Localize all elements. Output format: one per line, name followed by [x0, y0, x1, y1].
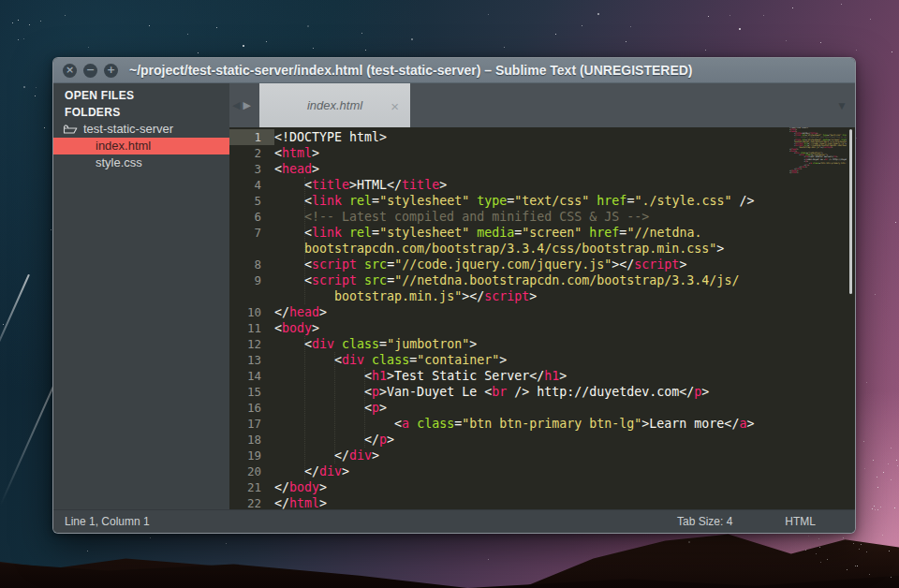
tab-close-icon[interactable]: × — [391, 98, 399, 112]
line-number[interactable]: 7 — [229, 225, 274, 241]
tab-size-indicator[interactable]: Tab Size: 4 — [677, 515, 732, 528]
line-number[interactable]: 16 — [229, 400, 274, 416]
vertical-scrollbar[interactable] — [849, 129, 852, 294]
code-line[interactable]: 17 <a class="btn btn-primary btn-lg">Lea… — [229, 416, 855, 432]
code-line[interactable]: 20 </div> — [229, 463, 855, 479]
code-token: /> — [731, 194, 754, 208]
line-number[interactable]: 6 — [229, 209, 274, 225]
code-line[interactable]: 2<html> — [229, 145, 855, 161]
tab-scroll-left-icon[interactable]: ◀ — [232, 99, 240, 111]
close-window-icon[interactable]: × — [63, 64, 77, 78]
minimap[interactable]: <!DOCTYPE html><html><head> <title>HTML<… — [789, 127, 847, 176]
code-token: > — [469, 337, 477, 351]
code-line[interactable]: 19 </div> — [229, 448, 855, 463]
line-number[interactable]: 21 — [229, 479, 274, 495]
line-number[interactable]: 2 — [229, 145, 274, 161]
sidebar-section-folders[interactable]: FOLDERS — [53, 104, 229, 121]
code-line[interactable]: 12 <div class="jumbotron"> — [229, 336, 855, 352]
line-number[interactable] — [229, 241, 274, 257]
code-text: <body> — [274, 320, 319, 336]
code-line[interactable]: 16 <p> — [229, 400, 855, 416]
code-token: >HTML</ — [349, 178, 402, 192]
code-text: <!-- Latest compiled and minified CSS & … — [274, 209, 649, 225]
code-token: body — [282, 321, 312, 335]
code-line[interactable]: bootstrapcdn.com/bootstrap/3.3.4/css/boo… — [229, 241, 855, 257]
tab-index-html[interactable]: index.html × — [259, 83, 410, 127]
line-number[interactable]: 20 — [229, 463, 274, 479]
line-number[interactable]: 13 — [229, 352, 274, 368]
code-token: /> http://duyetdev.com</ — [507, 385, 694, 399]
star — [23, 86, 25, 88]
line-number[interactable]: 19 — [229, 448, 274, 463]
code-line[interactable]: 11<body> — [229, 320, 855, 336]
code-line[interactable]: 3<head> — [229, 161, 855, 177]
minimize-window-icon[interactable]: − — [83, 64, 97, 78]
code-line[interactable]: 4 <title>HTML</title> — [229, 177, 855, 193]
line-number[interactable]: 5 — [229, 193, 274, 209]
code-line[interactable]: 14 <h1>Test Static Server</h1> — [229, 368, 855, 384]
code-token: bootstrap.min.js" — [334, 289, 462, 303]
star — [870, 19, 871, 20]
star — [843, 537, 844, 538]
code-token: title — [312, 178, 349, 192]
star — [582, 25, 582, 26]
line-number[interactable]: 11 — [229, 320, 274, 336]
sidebar-section-open-files[interactable]: OPEN FILES — [53, 87, 229, 104]
line-number[interactable]: 22 — [229, 495, 274, 509]
sidebar-item-index-html[interactable]: index.html — [53, 138, 229, 154]
line-number[interactable]: 15 — [229, 384, 274, 400]
code-token: body — [289, 480, 319, 494]
star — [555, 34, 556, 35]
line-number[interactable]: 1 — [229, 129, 274, 145]
maximize-window-icon[interactable]: + — [104, 64, 118, 78]
code-token: < — [274, 369, 372, 383]
star — [65, 15, 66, 16]
titlebar[interactable]: × − + ~/project/test-static-server/index… — [53, 58, 855, 83]
star — [873, 460, 874, 461]
line-number[interactable]: 18 — [229, 432, 274, 448]
code-token: < — [274, 385, 372, 399]
line-number[interactable]: 14 — [229, 368, 274, 384]
line-number[interactable]: 17 — [229, 416, 274, 432]
syntax-indicator[interactable]: HTML — [785, 515, 816, 528]
sidebar-folder-row[interactable]: test-static-server — [53, 121, 229, 138]
code-token: > — [312, 146, 319, 160]
code-line[interactable]: 5 <link rel="stylesheet" type="text/css"… — [229, 193, 855, 209]
shooting-star — [0, 274, 30, 376]
tab-scroll-right-icon[interactable]: ▶ — [243, 99, 250, 111]
code-line[interactable]: 8 <script src="//code.jquery.com/jquery.… — [229, 257, 855, 272]
star — [864, 468, 865, 469]
code-token: < — [274, 257, 312, 272]
code-line[interactable]: 13 <div class="container"> — [229, 352, 855, 368]
code-line[interactable]: 22</html> — [229, 495, 855, 509]
code-token: div — [319, 464, 342, 478]
code-token: </ — [274, 496, 289, 509]
code-line[interactable]: 18 </p> — [229, 432, 855, 448]
line-number[interactable]: 12 — [229, 336, 274, 352]
line-number[interactable]: 3 — [229, 161, 274, 177]
line-number[interactable] — [229, 288, 274, 304]
code-editor[interactable]: 1<!DOCTYPE html>2<html>3<head>4 <title>H… — [229, 127, 855, 509]
code-line[interactable]: 21</body> — [229, 479, 855, 495]
code-line[interactable]: 7 <link rel="stylesheet" media="screen" … — [229, 225, 855, 241]
code-line[interactable]: 6 <!-- Latest compiled and minified CSS … — [229, 209, 855, 225]
sidebar-item-style-css[interactable]: style.css — [53, 154, 229, 171]
tab-overflow-icon[interactable]: ▼ — [836, 99, 847, 112]
code-line[interactable]: 1<!DOCTYPE html> — [229, 129, 855, 145]
star — [705, 50, 706, 51]
code-line[interactable]: bootstrap.min.js"></script> — [229, 288, 855, 304]
line-number[interactable]: 10 — [229, 304, 274, 320]
code-text: bootstrapcdn.com/bootstrap/3.3.4/css/boo… — [274, 241, 724, 257]
code-token — [334, 337, 342, 351]
star — [361, 33, 362, 34]
star — [883, 472, 884, 473]
code-line[interactable]: 9 <script src="//netdna.bootstrapcdn.com… — [229, 272, 855, 288]
star — [820, 562, 821, 563]
line-number[interactable]: 4 — [229, 177, 274, 193]
code-token: media — [477, 226, 514, 240]
code-line[interactable]: 15 <p>Van-Duyet Le <br /> http://duyetde… — [229, 384, 855, 400]
star — [818, 538, 819, 539]
line-number[interactable]: 9 — [229, 272, 274, 288]
code-line[interactable]: 10</head> — [229, 304, 855, 320]
line-number[interactable]: 8 — [229, 257, 274, 272]
